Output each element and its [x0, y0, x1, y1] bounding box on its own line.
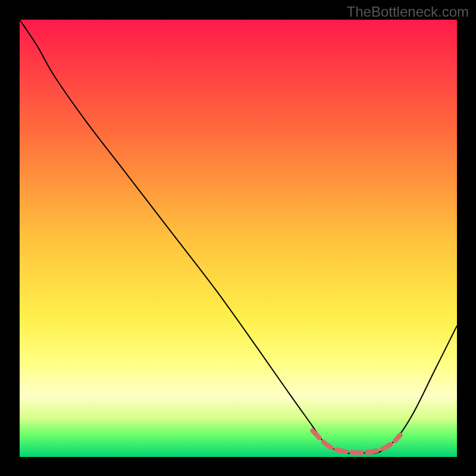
- watermark-text: TheBottleneck.com: [347, 4, 469, 20]
- gradient-background: [20, 20, 457, 457]
- chart-plot-area: [20, 20, 457, 457]
- chart-svg: [20, 20, 457, 457]
